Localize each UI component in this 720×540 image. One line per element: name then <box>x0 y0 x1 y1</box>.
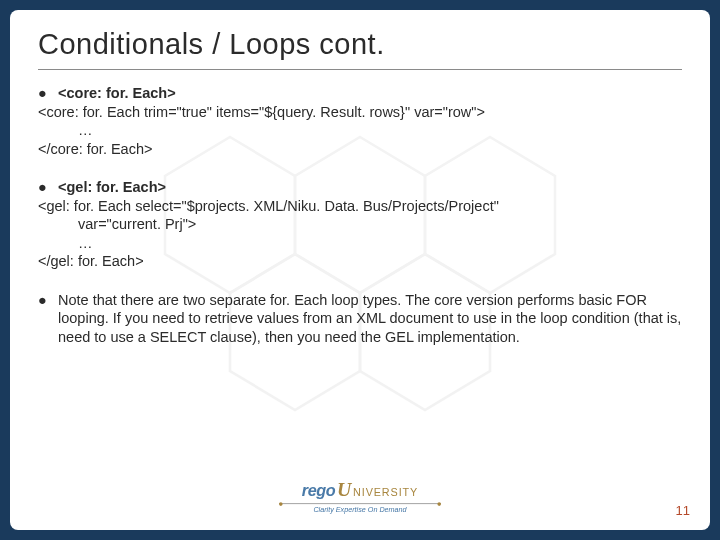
core-close-tag: </core: for. Each> <box>38 140 682 159</box>
logo-tagline: Clarity Expertise On Demand <box>313 506 406 514</box>
logo-divider <box>279 503 441 504</box>
logo-suffix: NIVERSITY <box>353 486 418 499</box>
gel-open-tag: <gel: for. Each select="$projects. XML/N… <box>38 197 682 216</box>
gel-body: … <box>38 234 682 253</box>
content-area: ● <core: for. Each> <core: for. Each tri… <box>38 84 682 347</box>
section-core-foreach: ● <core: for. Each> <core: for. Each tri… <box>38 84 682 158</box>
core-heading: <core: for. Each> <box>58 84 176 103</box>
slide-title: Conditionals / Loops cont. <box>38 28 682 61</box>
logo-rego-university: rego U NIVERSITY Clarity Expertise On De… <box>279 478 441 514</box>
bullet-icon: ● <box>38 178 58 197</box>
slide-frame: Conditionals / Loops cont. ● <core: for.… <box>0 0 720 540</box>
page-number: 11 <box>676 503 690 518</box>
slide-body: Conditionals / Loops cont. ● <core: for.… <box>10 10 710 530</box>
gel-close-tag: </gel: for. Each> <box>38 252 682 271</box>
gel-heading: <gel: for. Each> <box>58 178 166 197</box>
note-text: Note that there are two separate for. Ea… <box>58 291 682 347</box>
title-divider <box>38 69 682 70</box>
gel-open-tag-cont: var="current. Prj"> <box>38 215 682 234</box>
section-note: ● Note that there are two separate for. … <box>38 291 682 347</box>
bullet-icon: ● <box>38 291 58 347</box>
section-gel-foreach: ● <gel: for. Each> <gel: for. Each selec… <box>38 178 682 271</box>
logo-brand: rego <box>302 482 335 501</box>
core-body: … <box>38 121 682 140</box>
bullet-icon: ● <box>38 84 58 103</box>
logo-u-glyph: U <box>337 478 351 501</box>
footer: rego U NIVERSITY Clarity Expertise On De… <box>10 472 710 520</box>
core-open-tag: <core: for. Each trim="true" items="${qu… <box>38 103 682 122</box>
